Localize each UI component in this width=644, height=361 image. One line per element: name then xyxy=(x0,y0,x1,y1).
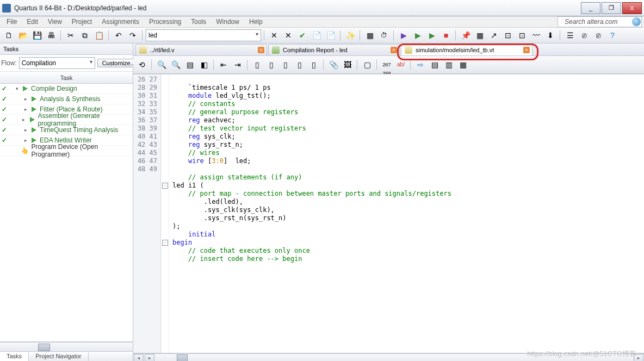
wand-icon[interactable]: ✨ xyxy=(344,29,357,42)
close-tab-icon[interactable]: × xyxy=(391,47,397,53)
task-row[interactable]: ✓▸Analysis & Synthesis xyxy=(0,94,133,104)
flow-select[interactable]: Compilation xyxy=(19,57,95,69)
gate-icon[interactable]: ⊡ xyxy=(501,29,515,42)
play-icon[interactable] xyxy=(23,86,28,91)
file-tab[interactable]: simulation/modelsim/led_tb.vt× xyxy=(401,44,532,55)
project-combo[interactable]: led xyxy=(146,29,261,41)
nav-back-icon[interactable]: ⟲ xyxy=(135,58,148,71)
new-file-icon[interactable]: 🗋 xyxy=(2,29,15,42)
menu-window[interactable]: Window xyxy=(212,17,244,26)
play-icon[interactable] xyxy=(32,127,36,133)
editor-scroll-thumb[interactable] xyxy=(177,354,188,361)
menu-help[interactable]: Help xyxy=(245,17,267,26)
menu-tools[interactable]: Tools xyxy=(187,17,210,26)
paste-icon[interactable]: 📋 xyxy=(92,29,106,42)
image-icon[interactable]: 🖼 xyxy=(341,58,354,71)
task-expander-icon[interactable]: ▸ xyxy=(23,96,28,102)
btn5-icon[interactable]: ▯ xyxy=(307,58,320,71)
play-icon[interactable] xyxy=(30,117,35,122)
task-expander-icon[interactable]: ▾ xyxy=(14,86,20,91)
menu-file[interactable]: File xyxy=(2,17,21,26)
chip2-icon[interactable]: ▦ xyxy=(473,29,486,42)
code-editor[interactable]: 26 27 28 29 30 31 32 33 34 35 36 37 38 3… xyxy=(133,74,644,353)
chip-icon[interactable]: ▦ xyxy=(363,29,376,42)
code-content[interactable]: `timescale 1 ps/ 1 ps module led_vlg_tst… xyxy=(169,74,644,353)
doc-toggle-icon[interactable]: ▢ xyxy=(361,58,374,71)
task-expander-icon[interactable]: ▸ xyxy=(21,117,26,122)
replace-icon[interactable]: 🔍 xyxy=(169,58,182,71)
attach-icon[interactable]: 📎 xyxy=(327,58,340,71)
maximize-button[interactable]: ❐ xyxy=(602,2,621,14)
toggle-icon[interactable]: ◧ xyxy=(197,58,210,71)
scroll-left-icon[interactable]: ◂ xyxy=(134,354,144,361)
outdent-icon[interactable]: ⇤ xyxy=(217,58,230,71)
task-row[interactable]: ✓▸TimeQuest Timing Analysis xyxy=(0,125,133,135)
layout1-icon[interactable]: ▤ xyxy=(428,58,441,71)
save-icon[interactable]: 💾 xyxy=(30,29,44,42)
task-expander-icon[interactable]: ▸ xyxy=(23,138,28,143)
programmer-icon[interactable]: ⬇ xyxy=(544,29,557,42)
play-icon[interactable] xyxy=(32,96,36,102)
close-tab-icon[interactable]: × xyxy=(523,47,530,53)
redo-icon[interactable]: ↷ xyxy=(126,29,139,42)
play-icon[interactable] xyxy=(32,138,36,143)
print-icon[interactable]: 🖶 xyxy=(45,29,58,42)
arrow-icon[interactable]: ↗ xyxy=(487,29,500,42)
fold-column[interactable]: -- xyxy=(161,74,169,353)
btn1-icon[interactable]: ▯ xyxy=(251,58,264,71)
btn3-icon[interactable]: ▯ xyxy=(279,58,292,71)
search-altera-input[interactable]: Search altera.com xyxy=(558,16,642,27)
tasks-hscroll[interactable] xyxy=(0,342,133,351)
help-icon[interactable]: ? xyxy=(606,29,619,42)
goto-icon[interactable]: ⇨ xyxy=(414,58,427,71)
undo-icon[interactable]: ↶ xyxy=(112,29,125,42)
indent-icon[interactable]: ⇥ xyxy=(231,58,244,71)
fold-icon[interactable]: - xyxy=(162,183,168,189)
file-tab[interactable]: Compilation Report - led× xyxy=(268,44,400,55)
left-tab-tasks[interactable]: Tasks xyxy=(0,352,29,361)
btn2-icon[interactable]: ▯ xyxy=(265,58,278,71)
close-tab-icon[interactable]: × xyxy=(258,47,264,53)
stop-icon[interactable]: ■ xyxy=(439,29,453,42)
scroll-right-icon[interactable]: ▸ xyxy=(145,354,154,361)
menu-project[interactable]: Project xyxy=(67,17,96,26)
left-tab-project-navigator[interactable]: Project Navigator xyxy=(29,352,88,361)
clock-icon[interactable]: ⏱ xyxy=(377,29,391,42)
check-icon[interactable]: ✔ xyxy=(296,29,309,42)
layout2-icon[interactable]: ▥ xyxy=(442,58,455,71)
settings-icon[interactable]: ✕ xyxy=(268,29,281,42)
cut-icon[interactable]: ✂ xyxy=(64,29,77,42)
task-row[interactable]: ✓▸Assembler (Generate programming xyxy=(0,115,133,125)
menu-edit[interactable]: Edit xyxy=(22,17,42,26)
task-expander-icon[interactable]: ▸ xyxy=(23,107,28,112)
task-row[interactable]: ✓▾Compile Design xyxy=(0,84,133,94)
tools3-icon[interactable]: ⎚ xyxy=(592,29,605,42)
menu-assignments[interactable]: Assignments xyxy=(97,17,144,26)
wave-icon[interactable]: 〰 xyxy=(530,29,543,42)
scroll-thumb[interactable] xyxy=(38,344,50,351)
settings2-icon[interactable]: ✕ xyxy=(282,29,295,42)
tools1-icon[interactable]: ☰ xyxy=(564,29,577,42)
file-tab[interactable]: ../rtl/led.v× xyxy=(135,44,267,55)
doc2-icon[interactable]: 📄 xyxy=(324,29,337,42)
compile-icon[interactable]: ▶ xyxy=(397,29,410,42)
synth-icon[interactable]: ▶ xyxy=(425,29,438,42)
doc-icon[interactable]: 📄 xyxy=(310,29,323,42)
bookmark-icon[interactable]: ▤ xyxy=(183,58,196,71)
menu-processing[interactable]: Processing xyxy=(145,17,185,26)
task-row[interactable]: 👆Program Device (Open Programmer) xyxy=(0,146,133,156)
menu-view[interactable]: View xyxy=(44,17,66,26)
open-file-icon[interactable]: 📂 xyxy=(16,29,29,42)
find-icon[interactable]: 🔍 xyxy=(155,58,168,71)
minimize-button[interactable]: _ xyxy=(581,2,600,14)
gate2-icon[interactable]: ⊡ xyxy=(516,29,529,42)
btn4-icon[interactable]: ▯ xyxy=(293,58,306,71)
task-expander-icon[interactable]: ▸ xyxy=(23,127,28,133)
num-icon[interactable]: 267268 xyxy=(380,58,393,71)
tools2-icon[interactable]: ⎚ xyxy=(578,29,591,42)
analyze-icon[interactable]: ▶ xyxy=(411,29,424,42)
ab-icon[interactable]: ab/ xyxy=(394,58,407,71)
play-icon[interactable] xyxy=(32,107,36,112)
copy-icon[interactable]: ⧉ xyxy=(78,29,91,42)
fold-icon[interactable]: - xyxy=(162,240,168,246)
